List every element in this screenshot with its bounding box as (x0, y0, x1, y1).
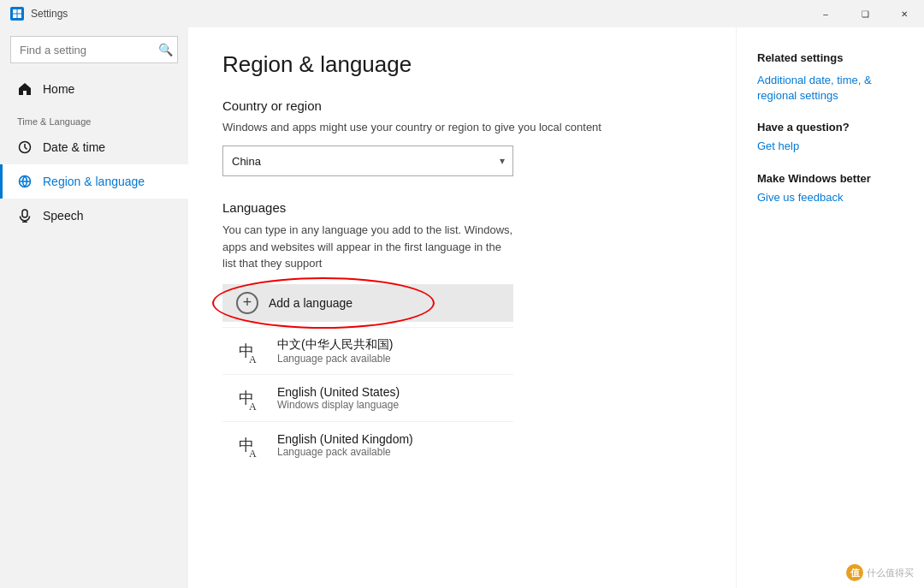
language-sub-en-gb: Language pack available (277, 446, 413, 458)
titlebar: Settings – ❑ ✕ (0, 0, 924, 27)
main-content: Region & language Country or region Wind… (188, 27, 736, 588)
svg-rect-6 (22, 210, 27, 217)
svg-rect-2 (13, 15, 17, 19)
language-info-en-gb: English (United Kingdom) Language pack a… (277, 432, 413, 458)
sidebar-section-label: Time & Language (0, 106, 188, 130)
svg-text:A: A (249, 353, 257, 365)
language-icon-en-us: 中 A (236, 383, 265, 413)
country-section-title: Country or region (222, 98, 702, 113)
svg-rect-1 (18, 9, 22, 14)
sidebar-item-date-time[interactable]: Date & time (0, 130, 188, 164)
globe-icon (17, 174, 33, 189)
watermark-logo: 值 (846, 564, 863, 581)
add-language-wrapper: + Add a language (222, 284, 513, 324)
svg-text:A: A (249, 401, 257, 412)
language-info-en-us: English (United States) Windows display … (277, 385, 400, 411)
sidebar-item-speech[interactable]: Speech (0, 199, 188, 233)
sidebar-item-region-language[interactable]: Region & language (0, 164, 188, 199)
have-a-question-title: Have a question? (757, 121, 903, 134)
add-language-label: Add a language (269, 296, 352, 310)
sidebar-item-home[interactable]: Home (0, 72, 188, 106)
watermark-text: 什么值得买 (867, 567, 914, 579)
app-icon (10, 7, 24, 21)
additional-settings-link[interactable]: Additional date, time, & regional settin… (757, 73, 903, 104)
language-sub-chinese: Language pack available (277, 353, 393, 365)
get-help-link[interactable]: Get help (757, 139, 903, 154)
language-sub-en-us: Windows display language (277, 399, 400, 411)
sidebar-item-home-label: Home (43, 82, 74, 96)
home-icon (17, 81, 33, 97)
country-select-wrapper: China United States United Kingdom Austr… (222, 146, 513, 176)
language-name-en-gb: English (United Kingdom) (277, 432, 413, 446)
make-windows-better-title: Make Windows better (757, 172, 903, 185)
related-settings-title: Related settings (757, 51, 903, 64)
sidebar-item-date-time-label: Date & time (43, 140, 105, 154)
add-language-button[interactable]: + Add a language (222, 284, 513, 322)
language-item-en-gb[interactable]: 中 A English (United Kingdom) Language pa… (222, 421, 513, 468)
svg-rect-3 (18, 15, 22, 19)
svg-rect-0 (13, 9, 17, 14)
minimize-button[interactable]: – (806, 0, 845, 27)
svg-text:A: A (249, 448, 257, 459)
right-panel: Related settings Additional date, time, … (736, 27, 924, 588)
country-select[interactable]: China United States United Kingdom Austr… (222, 146, 513, 176)
search-wrapper: 🔍 (10, 36, 178, 63)
language-item-en-us[interactable]: 中 A English (United States) Windows disp… (222, 374, 513, 421)
app-container: 🔍 Home Time & Language Date & time (0, 27, 924, 588)
languages-desc: You can type in any language you add to … (222, 222, 513, 272)
languages-section-title: Languages (222, 200, 702, 215)
search-icon[interactable]: 🔍 (158, 43, 173, 56)
page-title: Region & language (222, 51, 702, 78)
language-name-chinese: 中文(中华人民共和国) (277, 337, 393, 353)
maximize-button[interactable]: ❑ (845, 0, 885, 27)
sidebar: 🔍 Home Time & Language Date & time (0, 27, 188, 588)
language-info-chinese: 中文(中华人民共和国) Language pack available (277, 337, 393, 365)
country-section-desc: Windows and apps might use your country … (222, 120, 702, 135)
search-input[interactable] (10, 36, 178, 63)
window-controls: – ❑ ✕ (806, 0, 924, 27)
sidebar-item-speech-label: Speech (43, 209, 83, 223)
close-button[interactable]: ✕ (885, 0, 924, 27)
speech-icon (17, 208, 33, 223)
language-icon-en-gb: 中 A (236, 431, 265, 460)
language-item-chinese[interactable]: 中 A 中文(中华人民共和国) Language pack available (222, 327, 513, 374)
give-feedback-link[interactable]: Give us feedback (757, 190, 903, 205)
language-icon-chinese: 中 A (236, 336, 265, 365)
titlebar-title: Settings (31, 8, 68, 20)
language-name-en-us: English (United States) (277, 385, 400, 399)
watermark: 值 什么值得买 (846, 564, 914, 581)
sidebar-item-region-label: Region & language (43, 175, 145, 188)
plus-icon: + (236, 292, 258, 314)
clock-icon (17, 140, 33, 155)
